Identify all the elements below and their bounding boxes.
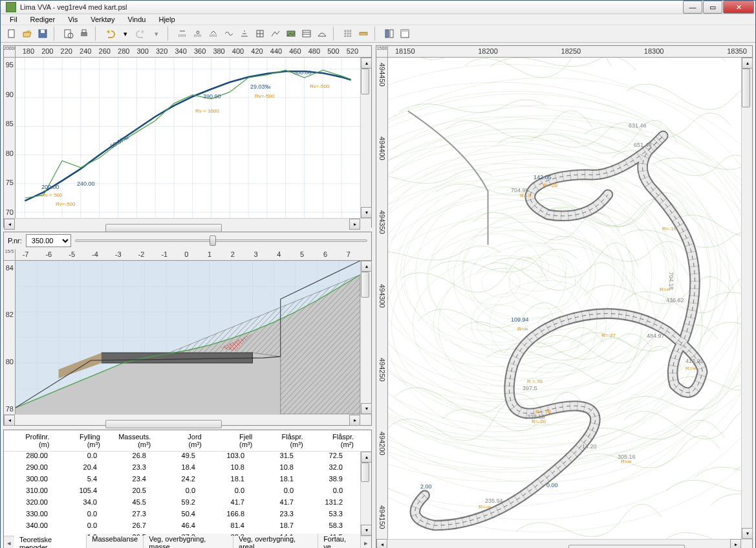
pnr-slider[interactable] xyxy=(75,239,367,242)
col-header[interactable]: Flåspr.(m³) xyxy=(257,433,308,448)
plan-hscroll[interactable]: ◂ ▸ xyxy=(376,539,752,548)
tab-prev[interactable]: ◂ xyxy=(4,539,14,547)
menu-vis[interactable]: Vis xyxy=(61,14,84,25)
tool-c-icon[interactable] xyxy=(206,27,221,41)
chart2-ruler-x[interactable]: -7-6-5-4-3-2-101234567 xyxy=(16,249,360,261)
window-title: Lima VVA - veg1rev4 med kart.psl xyxy=(20,3,682,11)
svg-rect-6 xyxy=(82,30,86,32)
redo-icon[interactable] xyxy=(134,27,148,41)
tool-b-icon[interactable] xyxy=(191,27,205,41)
svg-point-92 xyxy=(391,230,642,419)
app-icon xyxy=(6,2,16,12)
tool-f-icon[interactable] xyxy=(253,27,267,41)
table-row[interactable]: 340.000.026.746.481.418.758.3 xyxy=(4,521,360,533)
minimize-button[interactable]: — xyxy=(683,1,702,14)
layout-a-icon[interactable] xyxy=(382,27,396,41)
print-icon[interactable] xyxy=(77,27,91,41)
chart1-corner: 2000/400 xyxy=(4,46,16,58)
chart2-corner: 15/5 xyxy=(4,249,16,261)
chart1-area[interactable]: 200.00 240.00 390.00 500.00 29.03‰ 68.67… xyxy=(16,58,360,218)
grid-icon[interactable] xyxy=(341,27,355,41)
table-row[interactable]: 320.0034.045.559.241.741.7131.2 xyxy=(4,498,360,510)
redo-drop-icon[interactable]: ▾ xyxy=(149,27,164,41)
menu-hjelp[interactable]: Hjelp xyxy=(152,14,181,25)
plan-annot: R=-20 xyxy=(543,182,557,188)
preview-icon[interactable] xyxy=(61,27,76,41)
svg-point-72 xyxy=(522,258,549,278)
tab[interactable]: Veg, overbygning, masse xyxy=(144,534,233,548)
col-header[interactable]: Flåspr.(m²) xyxy=(308,433,359,448)
pnr-label: P.nr: xyxy=(8,237,22,245)
col-header[interactable]: Profilnr.(m) xyxy=(4,433,54,448)
undo-drop-icon[interactable]: ▾ xyxy=(118,27,133,41)
plan-annot: R=-19 xyxy=(662,226,676,232)
col-header[interactable]: Fylling(m³) xyxy=(54,433,105,448)
menu-fil[interactable]: Fil xyxy=(3,14,24,25)
undo-icon[interactable] xyxy=(103,27,117,41)
tab-next[interactable]: ▸ xyxy=(361,539,371,547)
plan-annot: 235.94 xyxy=(485,498,503,504)
maximize-button[interactable]: ▭ xyxy=(703,1,722,14)
table-row[interactable]: 290.0020.423.318.410.810.832.0 xyxy=(4,463,360,475)
tool-g-icon[interactable] xyxy=(268,27,283,41)
menu-rediger[interactable]: Rediger xyxy=(24,14,62,25)
col-header[interactable]: Masseuts.(m³) xyxy=(105,433,156,448)
tool-i-icon[interactable] xyxy=(299,27,314,41)
chart2-vscroll[interactable]: ▴ ▾ xyxy=(360,261,371,414)
plan-annot: 651.44 xyxy=(634,142,652,148)
plan-annot: 436.62 xyxy=(666,297,684,303)
close-button[interactable]: ✕ xyxy=(723,1,754,14)
tab[interactable]: Teoretiske mengder xyxy=(14,534,87,548)
tab[interactable]: Massebalanse xyxy=(87,534,144,548)
table-vscroll[interactable]: ▴ ▾ xyxy=(360,452,371,536)
chart2-ruler-y[interactable]: 78808284 xyxy=(4,261,16,414)
tool-e-icon[interactable] xyxy=(237,27,252,41)
chart1-hscroll[interactable]: ◂ ▸ xyxy=(4,218,371,229)
tool-a-icon[interactable] xyxy=(175,27,189,41)
plan-annot: R = 70 xyxy=(535,409,551,415)
plan-ruler-x[interactable]: 1815018200182501830018350 xyxy=(388,46,741,58)
plan-annot: R=-5 xyxy=(520,193,532,199)
annot: Rv = 1000 xyxy=(195,108,219,114)
plan-vscroll[interactable]: ▴ ▾ xyxy=(741,58,752,539)
tab[interactable]: Veg, overbygning, areal xyxy=(233,534,318,548)
chart1-vscroll[interactable]: ▴ ▾ xyxy=(360,58,371,218)
table-row[interactable]: 280.000.026.849.5103.031.572.5 xyxy=(4,452,360,463)
open-icon[interactable] xyxy=(20,27,34,41)
table-row[interactable]: 300.005.423.424.218.118.138.9 xyxy=(4,475,360,487)
chart2-hscroll[interactable]: ◂ ▸ xyxy=(4,414,371,425)
chart1-ruler-y[interactable]: 707580859095 xyxy=(4,58,16,218)
table-body[interactable]: 280.000.026.849.5103.031.572.5290.0020.4… xyxy=(4,452,371,536)
tool-h-icon[interactable] xyxy=(284,27,298,41)
table-header: Profilnr.(m)Fylling(m³)Masseuts.(m³)Jord… xyxy=(4,430,371,452)
col-header[interactable]: Fjell(m³) xyxy=(207,433,257,448)
svg-rect-69 xyxy=(102,353,252,363)
menu-verktoy[interactable]: Verktøy xyxy=(84,14,121,25)
plan-annot: R = 70 xyxy=(527,378,543,384)
save-icon[interactable] xyxy=(36,27,50,41)
table-row[interactable]: 330.000.027.350.4166.823.353.3 xyxy=(4,510,360,521)
plan-ruler-y[interactable]: 4941504942004942504943004943504944004944… xyxy=(376,58,388,539)
plan-area[interactable]: 0.00631.46651.44142.05704.98704.18436.62… xyxy=(388,58,741,539)
tool-d-icon[interactable] xyxy=(222,27,236,41)
svg-point-117 xyxy=(388,82,741,481)
new-icon[interactable] xyxy=(5,27,19,41)
chart2-area[interactable] xyxy=(16,261,360,414)
plan-annot: R=-∞ xyxy=(479,504,491,510)
pnr-select[interactable]: 350.00 xyxy=(26,234,71,247)
tab[interactable]: Fortau, ve xyxy=(318,534,361,548)
svg-rect-13 xyxy=(390,30,393,38)
chart1-ruler-x[interactable]: 1802002202402602803003203403603804004204… xyxy=(16,46,360,58)
plan-annot: 397.5 xyxy=(523,385,537,391)
titlebar[interactable]: Lima VVA - veg1rev4 med kart.psl — ▭ ✕ xyxy=(1,1,755,14)
col-header[interactable]: Jord(m³) xyxy=(156,433,206,448)
measure-icon[interactable] xyxy=(356,27,371,41)
plan-panel: 1500 1815018200182501830018350 494150494… xyxy=(376,45,753,548)
menu-vindu[interactable]: Vindu xyxy=(122,14,153,25)
table-row[interactable]: 310.00105.420.50.00.00.00.0 xyxy=(4,487,360,498)
svg-rect-3 xyxy=(65,30,70,38)
svg-rect-15 xyxy=(401,30,409,32)
layout-b-icon[interactable] xyxy=(398,27,412,41)
tool-j-icon[interactable] xyxy=(315,27,329,41)
svg-rect-5 xyxy=(81,32,87,36)
